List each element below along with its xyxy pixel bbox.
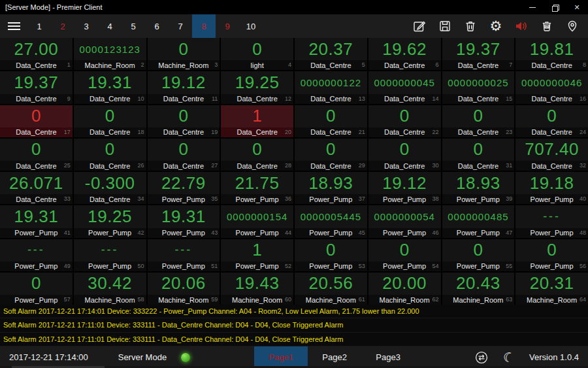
tile-39[interactable]: 18.93Power_Pump39 <box>442 172 515 204</box>
tile-15[interactable]: 0000000025Data_Centre15 <box>442 71 515 103</box>
tab-3[interactable]: 3 <box>74 14 98 38</box>
tile-54[interactable]: 0Power_Pump54 <box>368 239 441 271</box>
tile-20[interactable]: 1Data_Centre20 <box>221 105 293 137</box>
tile-57[interactable]: 0Power_Pump57 <box>0 273 73 305</box>
tab-1[interactable]: 1 <box>27 14 51 38</box>
tile-22[interactable]: 0Data_Centre22 <box>368 105 441 137</box>
tile-7[interactable]: 19.37Data_Centre7 <box>442 38 515 70</box>
night-mode-button[interactable]: ☾ <box>502 350 516 365</box>
minimize-button[interactable] <box>521 0 544 14</box>
tab-7[interactable]: 7 <box>169 14 192 38</box>
tile-2[interactable]: 0000123123Machine_Room2 <box>74 38 146 70</box>
tile-label-row: Power_Pump36 <box>221 194 293 204</box>
tile-12[interactable]: 19.25Data_Centre12 <box>221 71 293 103</box>
tab-9[interactable]: 9 <box>216 14 239 38</box>
tile-4[interactable]: 0light4 <box>221 38 293 70</box>
restore-button[interactable] <box>544 0 566 14</box>
tile-55[interactable]: 0Power_Pump55 <box>442 239 515 271</box>
tile-value: 19.31 <box>148 205 220 227</box>
tile-62[interactable]: 20.00Machine_Room62 <box>368 273 441 305</box>
tile-36[interactable]: 21.75Power_Pump36 <box>221 172 293 204</box>
close-button[interactable]: ✕ <box>566 0 588 14</box>
tile-41[interactable]: 19.31Power_Pump41 <box>0 205 73 237</box>
tile-49[interactable]: ---Power_Pump49 <box>0 239 73 271</box>
tile-label-row: Power_Pump52 <box>221 261 293 271</box>
tile-10[interactable]: 19.31Data_Centre10 <box>74 71 146 103</box>
alarm-row-3[interactable]: Soft Alarm 2017-12-21 17:11:01 Device: 3… <box>0 333 588 346</box>
tile-index: 41 <box>64 229 71 236</box>
tile-53[interactable]: 0Power_Pump53 <box>295 239 367 271</box>
tile-63[interactable]: 20.43Machine_Room63 <box>442 273 515 305</box>
page-tab-page2[interactable]: Page2 <box>308 346 361 368</box>
tile-47[interactable]: 0000000485Power_Pump47 <box>442 205 515 237</box>
tile-58[interactable]: 30.42Machine_Room58 <box>74 273 146 305</box>
tile-16[interactable]: 0000000046Data_Centre16 <box>515 71 588 103</box>
audio-alarm-button[interactable] <box>514 19 529 33</box>
tile-32[interactable]: 707.40Data_Centre32 <box>515 139 588 171</box>
tab-10[interactable]: 10 <box>239 14 263 38</box>
menu-button[interactable] <box>0 14 27 38</box>
tab-4[interactable]: 4 <box>98 14 122 38</box>
tile-64[interactable]: 20.31Machine_Room64 <box>515 273 588 305</box>
delete-button[interactable] <box>463 19 478 33</box>
app-window: [Server Mode] - Premier Client ✕ 1234567… <box>0 0 588 368</box>
tile-33[interactable]: 26.071Data_Centre33 <box>0 172 73 204</box>
tile-30[interactable]: 0Data_Centre30 <box>368 139 441 171</box>
tile-59[interactable]: 20.06Machine_Room59 <box>148 273 220 305</box>
tile-46[interactable]: 0000000054Power_Pump46 <box>368 205 441 237</box>
tile-25[interactable]: 0Data_Centre25 <box>0 139 73 171</box>
alarm-row-2[interactable]: Soft Alarm 2017-12-21 17:11:01 Device: 3… <box>0 318 588 332</box>
tile-43[interactable]: 19.31Power_Pump43 <box>148 205 220 237</box>
tile-label: Power_Pump <box>309 195 352 203</box>
tile-50[interactable]: ---Power_Pump50 <box>74 239 146 271</box>
tile-26[interactable]: 0Data_Centre26 <box>74 139 146 171</box>
tile-40[interactable]: 19.18Power_Pump40 <box>515 172 588 204</box>
tile-51[interactable]: ---Power_Pump51 <box>148 239 220 271</box>
tile-5[interactable]: 20.37Data_Centre5 <box>295 38 367 70</box>
tile-9[interactable]: 19.37Data_Centre9 <box>0 71 73 103</box>
page-tab-page3[interactable]: Page3 <box>361 346 415 368</box>
tile-38[interactable]: 19.12Power_Pump38 <box>368 172 441 204</box>
sync-button[interactable] <box>474 350 489 365</box>
tile-13[interactable]: 0000000122Data_Centre13 <box>295 71 367 103</box>
tab-6[interactable]: 6 <box>145 14 169 38</box>
tile-45[interactable]: 0000005445Power_Pump45 <box>295 205 367 237</box>
tile-17[interactable]: 0Data_Centre17 <box>0 105 73 137</box>
page-tab-page1[interactable]: Page1 <box>254 346 308 368</box>
tile-19[interactable]: 0Data_Centre19 <box>148 105 220 137</box>
tile-14[interactable]: 0000000045Data_Centre14 <box>368 71 441 103</box>
image-bin-button[interactable] <box>540 19 554 33</box>
tile-21[interactable]: 0Data_Centre21 <box>295 105 367 137</box>
tile-48[interactable]: ---Power_Pump48 <box>515 205 588 237</box>
tile-61[interactable]: 20.56Machine_Room61 <box>295 273 367 305</box>
tile-23[interactable]: 0Data_Centre23 <box>442 105 515 137</box>
tab-2[interactable]: 2 <box>51 14 74 38</box>
tile-56[interactable]: 0Power_Pump56 <box>515 239 588 271</box>
tab-5[interactable]: 5 <box>122 14 145 38</box>
tile-34[interactable]: -0.300Data_Centre34 <box>74 172 146 204</box>
save-button[interactable] <box>438 19 452 33</box>
tile-6[interactable]: 19.62Data_Centre6 <box>368 38 441 70</box>
tile-3[interactable]: 0Machine_Room3 <box>148 38 220 70</box>
edit-button[interactable] <box>412 19 427 33</box>
tile-27[interactable]: 0Data_Centre27 <box>148 139 220 171</box>
location-button[interactable] <box>565 19 580 33</box>
settings-button[interactable]: ⚙ <box>489 19 503 33</box>
tile-60[interactable]: 19.43Machine_Room60 <box>221 273 293 305</box>
tile-35[interactable]: 22.79Power_Pump35 <box>148 172 220 204</box>
tile-28[interactable]: 0Data_Centre28 <box>221 139 293 171</box>
tile-8[interactable]: 19.81Data_Centre8 <box>515 38 588 70</box>
tile-44[interactable]: 0000000154Power_Pump44 <box>221 205 293 237</box>
tile-24[interactable]: 0Data_Centre24 <box>515 105 588 137</box>
tile-11[interactable]: 19.12Data_Centre11 <box>148 71 220 103</box>
tab-8[interactable]: 8 <box>192 14 216 38</box>
tile-31[interactable]: 0Data_Centre31 <box>442 139 515 171</box>
tile-37[interactable]: 18.93Power_Pump37 <box>295 172 367 204</box>
tile-42[interactable]: 19.25Power_Pump42 <box>74 205 146 237</box>
tile-52[interactable]: 1Power_Pump52 <box>221 239 293 271</box>
tile-value: 0 <box>368 105 441 127</box>
tile-29[interactable]: 0Data_Centre29 <box>295 139 367 171</box>
alarm-row-1[interactable]: Soft Alarm 2017-12-21 17:14:01 Device: 3… <box>0 305 588 318</box>
tile-18[interactable]: 0Data_Centre18 <box>74 105 146 137</box>
tile-1[interactable]: 27.00Data_Centre1 <box>0 38 73 70</box>
